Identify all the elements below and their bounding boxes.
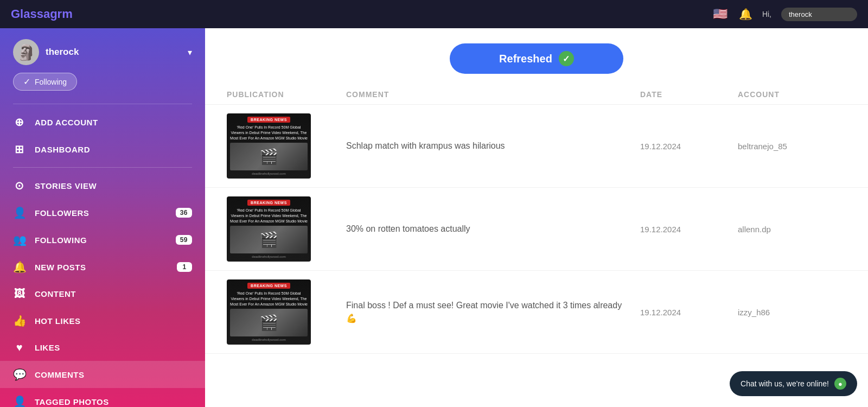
thumb-image-area: 🎬 xyxy=(230,143,308,170)
comment-icon: 💬 xyxy=(13,368,26,381)
thumb-title: 'Red One' Pulls In Record 50M Global Vie… xyxy=(230,125,308,141)
sidebar-item-label: TAGGED PHOTOS xyxy=(35,397,109,406)
person-icon: 👤 xyxy=(13,206,26,219)
sidebar-item-comments[interactable]: 💬 COMMENTS xyxy=(0,361,205,388)
clock-icon: ⊙ xyxy=(13,179,26,192)
chevron-down-icon[interactable]: ▾ xyxy=(188,47,192,58)
comment-text: Final boss ! Def a must see! Great movie… xyxy=(346,299,640,325)
col-date: DATE xyxy=(640,90,738,99)
sidebar-item-label: DASHBOARD xyxy=(35,145,90,154)
user-pill[interactable]: therock xyxy=(781,8,857,21)
add-icon: ⊕ xyxy=(13,116,26,129)
top-navigation: Glassagrm 🇺🇸 🔔 Hi, therock xyxy=(0,0,868,28)
table-header: PUBLICATION COMMENT DATE ACCOUNT xyxy=(205,85,868,105)
thumb-image-area: 🎬 xyxy=(230,226,308,253)
thumb-footer: deadlinehollywood.com xyxy=(252,336,285,341)
col-comment: COMMENT xyxy=(346,90,640,99)
dashboard-icon: ⊞ xyxy=(13,143,26,156)
main-content: Refreshed ✓ PUBLICATION COMMENT DATE ACC… xyxy=(205,28,868,407)
refreshed-check-icon: ✓ xyxy=(559,51,574,66)
comment-text: 30% on rotten tomatoes actually xyxy=(346,222,640,236)
main-header: Refreshed ✓ xyxy=(205,28,868,85)
avatar: 🗿 xyxy=(13,39,39,65)
followers-badge: 36 xyxy=(176,208,192,218)
sidebar-item-followers[interactable]: 👤 FOLLOWERS 36 xyxy=(0,199,205,226)
sidebar-item-label: STORIES VIEW xyxy=(35,181,97,190)
publication-thumb: BREAKING NEWS 'Red One' Pulls In Record … xyxy=(227,196,346,262)
chat-widget[interactable]: Chat with us, we're online! ● xyxy=(730,371,857,396)
col-publication: PUBLICATION xyxy=(227,90,346,99)
account-text: allenn.dp xyxy=(738,225,846,234)
table-row: BREAKING NEWS 'Red One' Pulls In Record … xyxy=(205,271,868,354)
account-text: izzy_h86 xyxy=(738,308,846,317)
sidebar-divider-2 xyxy=(13,167,192,168)
thumb-badge: BREAKING NEWS xyxy=(247,283,290,289)
sidebar-item-likes[interactable]: ♥ LIKES xyxy=(0,334,205,361)
sidebar-item-label: HOT LIKES xyxy=(35,316,81,326)
sidebar-item-label: NEW POSTS xyxy=(35,263,86,272)
sidebar-item-following[interactable]: 👥 FOLLOWING 59 xyxy=(0,226,205,253)
heart-icon: ♥ xyxy=(13,341,26,354)
flag-icon[interactable]: 🇺🇸 xyxy=(712,5,729,23)
thumb-badge: BREAKING NEWS xyxy=(247,200,290,206)
thumb-image-area: 🎬 xyxy=(230,309,308,336)
new-posts-badge: 1 xyxy=(177,262,192,272)
sidebar-item-add-account[interactable]: ⊕ ADD ACCOUNT xyxy=(0,109,205,136)
thumb-footer: deadlinehollywood.com xyxy=(252,170,285,175)
date-text: 19.12.2024 xyxy=(640,308,738,317)
sidebar-item-stories-view[interactable]: ⊙ STORIES VIEW xyxy=(0,172,205,199)
chat-label: Chat with us, we're online! xyxy=(741,379,829,388)
sidebar-item-label: CONTENT xyxy=(35,289,76,298)
sidebar-item-tagged-photos[interactable]: 👤 TAGGED PHOTOS xyxy=(0,388,205,407)
people-icon: 👥 xyxy=(13,233,26,246)
topnav-right: 🇺🇸 🔔 Hi, therock xyxy=(712,5,857,23)
app-logo: Glassagrm xyxy=(11,7,73,21)
following-badge: 59 xyxy=(176,235,192,245)
sidebar-item-label: LIKES xyxy=(35,343,60,352)
profile-name: therock xyxy=(46,47,181,58)
refreshed-button[interactable]: Refreshed ✓ xyxy=(450,43,623,74)
table-row: BREAKING NEWS 'Red One' Pulls In Record … xyxy=(205,188,868,271)
notification-bell-icon[interactable]: 🔔 xyxy=(739,8,752,21)
sidebar-item-hot-likes[interactable]: 👍 HOT LIKES xyxy=(0,307,205,334)
chat-online-dot: ● xyxy=(834,378,846,390)
sidebar-item-label: FOLLOWERS xyxy=(35,208,89,218)
sidebar-item-label: COMMENTS xyxy=(35,370,85,379)
table-row: BREAKING NEWS 'Red One' Pulls In Record … xyxy=(205,105,868,188)
image-icon: 🖼 xyxy=(13,288,26,300)
following-button[interactable]: ✓ Following xyxy=(13,73,77,91)
bell-icon: 🔔 xyxy=(13,260,26,274)
date-text: 19.12.2024 xyxy=(640,225,738,234)
publication-thumb: BREAKING NEWS 'Red One' Pulls In Record … xyxy=(227,279,346,345)
publication-thumb: BREAKING NEWS 'Red One' Pulls In Record … xyxy=(227,113,346,179)
comment-text: Schlap match with krampus was hilarious xyxy=(346,139,640,152)
date-text: 19.12.2024 xyxy=(640,142,738,151)
sidebar-item-content[interactable]: 🖼 CONTENT xyxy=(0,281,205,307)
col-account: ACCOUNT xyxy=(738,90,846,99)
sidebar-item-new-posts[interactable]: 🔔 NEW POSTS 1 xyxy=(0,253,205,281)
tag-icon: 👤 xyxy=(13,395,26,407)
sidebar-item-label: FOLLOWING xyxy=(35,236,87,245)
hi-label: Hi, xyxy=(762,10,771,18)
thumbsup-icon: 👍 xyxy=(13,314,26,327)
thumb-badge: BREAKING NEWS xyxy=(247,117,290,123)
account-text: beltranejo_85 xyxy=(738,142,846,151)
sidebar-divider xyxy=(13,104,192,104)
thumb-footer: deadlinehollywood.com xyxy=(252,253,285,258)
check-icon: ✓ xyxy=(23,77,30,87)
sidebar-item-label: ADD ACCOUNT xyxy=(35,118,98,127)
sidebar-profile: 🗿 therock ▾ xyxy=(0,28,205,71)
sidebar: 🗿 therock ▾ ✓ Following ⊕ ADD ACCOUNT ⊞ … xyxy=(0,28,205,407)
sidebar-item-dashboard[interactable]: ⊞ DASHBOARD xyxy=(0,136,205,163)
thumb-title: 'Red One' Pulls In Record 50M Global Vie… xyxy=(230,208,308,224)
thumb-title: 'Red One' Pulls In Record 50M Global Vie… xyxy=(230,291,308,307)
refreshed-label: Refreshed xyxy=(499,53,552,65)
